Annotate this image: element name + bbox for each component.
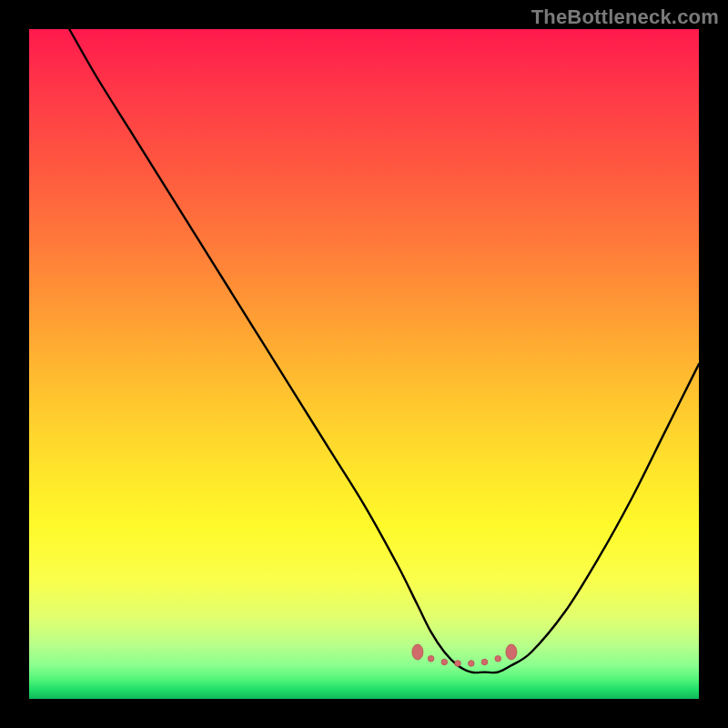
range-dot-marker <box>455 661 461 667</box>
plot-area <box>29 29 699 699</box>
range-dot-marker <box>469 661 475 667</box>
range-dot-marker <box>495 656 501 662</box>
range-dot-marker <box>428 656 434 662</box>
range-end-marker <box>412 644 423 660</box>
range-dot-marker <box>441 659 448 665</box>
chart-frame: TheBottleneck.com <box>0 0 728 728</box>
range-end-marker <box>506 644 517 660</box>
bottleneck-curve <box>29 29 699 699</box>
watermark-text: TheBottleneck.com <box>531 5 719 29</box>
range-dot-marker <box>481 659 488 665</box>
